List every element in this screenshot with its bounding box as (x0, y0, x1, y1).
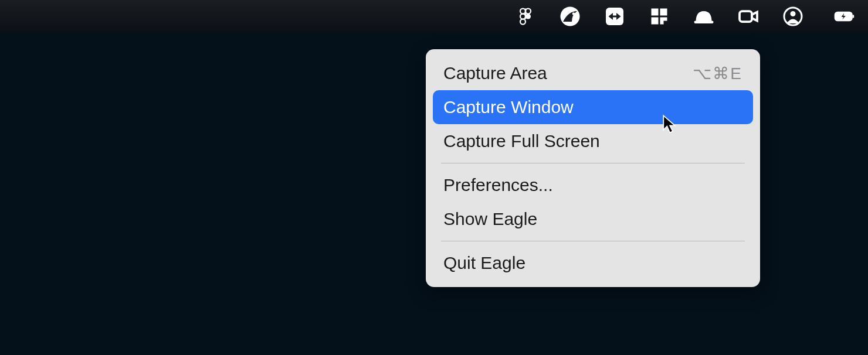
helmet-icon[interactable] (692, 5, 716, 28)
grid-icon[interactable] (647, 5, 671, 28)
svg-marker-15 (660, 18, 667, 25)
svg-point-7 (572, 12, 575, 15)
menu-item-quit-eagle[interactable]: Quit Eagle (433, 246, 753, 280)
menu-item-shortcut: ⌥⌘E (693, 64, 742, 83)
menu-item-capture-full-screen[interactable]: Capture Full Screen (433, 124, 753, 158)
menu-item-label: Show Eagle (443, 209, 537, 229)
menu-item-label: Capture Window (443, 97, 574, 117)
menu-item-label: Preferences... (443, 175, 553, 195)
svg-point-20 (791, 11, 796, 16)
menu-item-preferences[interactable]: Preferences... (433, 168, 753, 202)
svg-point-2 (520, 14, 525, 19)
svg-marker-18 (752, 12, 757, 21)
svg-point-3 (525, 14, 531, 19)
menu-item-capture-window[interactable]: Capture Window (433, 90, 753, 124)
menu-item-label: Capture Area (443, 63, 547, 83)
figma-icon[interactable] (514, 5, 537, 28)
svg-point-0 (520, 9, 525, 14)
svg-rect-13 (660, 9, 667, 16)
menu-item-show-eagle[interactable]: Show Eagle (433, 202, 753, 236)
menu-divider (441, 241, 745, 241)
user-icon[interactable] (781, 5, 805, 28)
camera-icon[interactable] (737, 5, 760, 28)
svg-rect-14 (652, 18, 659, 25)
battery-charging-icon[interactable] (826, 5, 863, 28)
svg-rect-12 (652, 9, 659, 16)
dropdown-menu: Capture Area ⌥⌘E Capture Window Capture … (426, 49, 760, 287)
teamviewer-icon[interactable] (603, 5, 626, 28)
svg-rect-17 (740, 11, 752, 22)
menubar (0, 0, 868, 33)
eagle-icon[interactable] (558, 5, 582, 28)
svg-rect-16 (694, 21, 714, 24)
svg-rect-11 (612, 16, 618, 18)
menu-divider (441, 163, 745, 163)
svg-rect-22 (853, 15, 855, 18)
menu-item-label: Capture Full Screen (443, 131, 600, 151)
menu-item-label: Quit Eagle (443, 253, 525, 273)
menu-item-capture-area[interactable]: Capture Area ⌥⌘E (433, 56, 753, 90)
svg-point-4 (520, 19, 525, 25)
svg-point-1 (525, 9, 531, 14)
